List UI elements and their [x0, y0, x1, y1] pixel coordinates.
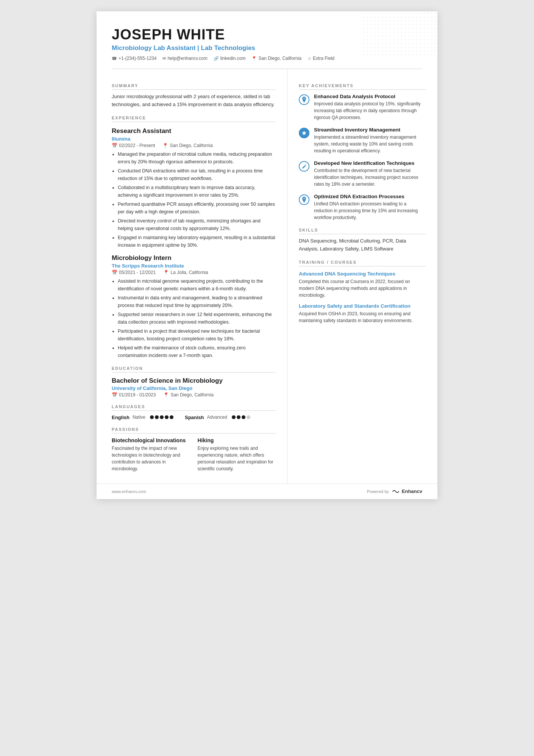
location-icon-2: 📍: [163, 270, 169, 275]
course-1: Advanced DNA Sequencing Techniques Compl…: [299, 271, 426, 299]
edu-location: 📍 San Diego, California: [163, 392, 213, 398]
summary-label: SUMMARY: [112, 83, 276, 90]
lang-english-level: Native: [133, 415, 145, 420]
skills-text: DNA Sequencing, Microbial Culturing, PCR…: [299, 237, 426, 253]
job-location-1: 📍 San Diego, California: [162, 143, 212, 148]
link-icon: 🔗: [214, 56, 219, 61]
location-text: San Diego, California: [258, 56, 301, 61]
passion-desc-2: Enjoy exploring new trails and experienc…: [198, 445, 276, 472]
passion-desc-1: Fascinated by the impact of new technolo…: [112, 445, 190, 472]
passion-title-1: Biotechnological Innovations: [112, 437, 190, 443]
passion-title-2: Hiking: [198, 437, 276, 443]
course-desc-1: Completed this course at Coursera in 202…: [299, 278, 426, 299]
job-meta-1: 📅 02/2022 - Present 📍 San Diego, Califor…: [112, 143, 276, 148]
achievement-content-2: Streamlined Inventory Management Impleme…: [314, 127, 426, 154]
calendar-icon-edu: 📅: [112, 392, 117, 398]
header-section: JOSEPH WHITE Microbiology Lab Assistant …: [97, 11, 437, 69]
dot-s-1: [232, 415, 236, 419]
achievement-2: Streamlined Inventory Management Impleme…: [299, 127, 426, 154]
contact-bar: ☎ +1-(234)-555-1234 ✉ help@enhancv.com 🔗…: [112, 56, 422, 61]
achievement-icon-2: [299, 128, 309, 138]
bullet-1-4: Directed inventory control of lab reagen…: [118, 217, 276, 232]
languages-section: English Native Spanish Advanced: [112, 415, 276, 420]
job-bullets-1: Managed the preparation of microbial cul…: [112, 150, 276, 249]
job-bullets-2: Assisted in microbial genome sequencing …: [112, 277, 276, 359]
email-icon: ✉: [162, 56, 166, 61]
dot-e-1: [150, 415, 154, 419]
lang-english-name: English: [112, 415, 130, 420]
ach-desc-4: Unified DNA extraction processes leading…: [314, 200, 426, 221]
languages-label: LANGUAGES: [112, 404, 276, 411]
achievement-content-3: Developed New Identification Techniques …: [314, 160, 426, 188]
email-address: help@enhancv.com: [167, 56, 207, 61]
phone-number: +1-(234)-555-1234: [119, 56, 156, 61]
linkedin-contact: 🔗 linkedin.com: [214, 56, 246, 61]
phone-contact: ☎ +1-(234)-555-1234: [112, 56, 156, 61]
course-title-2: Laboratory Safety and Standards Certific…: [299, 303, 426, 309]
edu-meta: 📅 01/2019 - 01/2023 📍 San Diego, Califor…: [112, 392, 276, 398]
passions-label: PASSIONS: [112, 427, 276, 434]
ach-title-1: Enhanced Data Analysis Protocol: [314, 94, 426, 99]
resume-document: JOSEPH WHITE Microbiology Lab Assistant …: [97, 11, 437, 499]
lang-spanish-level: Advanced: [207, 415, 227, 420]
job-title-2: Microbiology Intern: [112, 254, 276, 262]
bullet-2-1: Instrumental in data entry and managemen…: [118, 294, 276, 309]
email-contact: ✉ help@enhancv.com: [162, 56, 207, 61]
bullet-1-2: Collaborated in a multidisciplinary team…: [118, 184, 276, 199]
enhancv-logo: Enhancv: [391, 488, 422, 495]
candidate-title: Microbiology Lab Assistant | Lab Technol…: [112, 44, 422, 52]
dot-s-4: [247, 415, 250, 419]
bullet-2-3: Participated in a project that developed…: [118, 327, 276, 343]
bullet-2-2: Supported senior researchers in over 12 …: [118, 311, 276, 326]
bullet-1-0: Managed the preparation of microbial cul…: [118, 150, 276, 166]
lang-spanish-dots: [232, 415, 250, 419]
dot-e-2: [155, 415, 159, 419]
achievement-icon-1: [299, 94, 309, 105]
edu-dates: 📅 01/2019 - 01/2023: [112, 392, 156, 398]
star-icon: ☆: [308, 56, 311, 61]
main-content: SUMMARY Junior microbiology professional…: [97, 69, 437, 484]
footer-powered-by: Powered by Enhancv: [367, 488, 422, 495]
dot-s-3: [242, 415, 245, 419]
ach-title-3: Developed New Identification Techniques: [314, 160, 426, 166]
training-label: TRAINING / COURSES: [299, 260, 426, 266]
enhancv-logo-svg: [391, 488, 400, 495]
powered-by-text: Powered by: [367, 489, 389, 494]
course-desc-2: Acquired from OSHA in 2023, focusing on …: [299, 310, 426, 324]
brand-name: Enhancv: [402, 488, 422, 494]
achievement-content-4: Optimized DNA Extraction Processes Unifi…: [314, 194, 426, 221]
calendar-icon-1: 📅: [112, 143, 117, 148]
dot-e-5: [170, 415, 173, 419]
experience-label: EXPERIENCE: [112, 116, 276, 122]
ach-desc-2: Implemented a streamlined inventory mana…: [314, 134, 426, 154]
bullet-2-0: Assisted in microbial genome sequencing …: [118, 277, 276, 293]
left-column: SUMMARY Junior microbiology professional…: [97, 69, 287, 484]
achievements-label: KEY ACHIEVEMENTS: [299, 83, 426, 90]
job-meta-2: 📅 05/2021 - 12/2021 📍 La Jolla, Californ…: [112, 270, 276, 275]
lang-english-dots: [150, 415, 173, 419]
right-column: KEY ACHIEVEMENTS Enhanced Data Analysis …: [287, 69, 437, 484]
achievement-icon-3: [299, 161, 309, 172]
extra-contact: ☆ Extra Field: [308, 56, 334, 61]
ach-desc-1: Improved data analysis protocol by 15%, …: [314, 100, 426, 121]
candidate-name: JOSEPH WHITE: [112, 27, 422, 43]
location-icon: 📍: [251, 56, 257, 61]
course-title-1: Advanced DNA Sequencing Techniques: [299, 271, 426, 277]
ach-title-2: Streamlined Inventory Management: [314, 127, 426, 133]
company-name-1: Illumina: [112, 136, 276, 142]
linkedin-url: linkedin.com: [220, 56, 246, 61]
job-dates-1: 📅 02/2022 - Present: [112, 143, 155, 148]
bullet-1-1: Conducted DNA extractions within our lab…: [118, 167, 276, 182]
calendar-icon-2: 📅: [112, 270, 117, 275]
summary-text: Junior microbiology professional with 2 …: [112, 93, 276, 109]
edu-degree: Bachelor of Science in Microbiology: [112, 377, 276, 385]
phone-icon: ☎: [112, 56, 117, 61]
dot-e-4: [165, 415, 169, 419]
ach-desc-3: Contributed to the development of new ba…: [314, 167, 426, 188]
footer-website: www.enhancv.com: [112, 489, 146, 494]
achievement-content-1: Enhanced Data Analysis Protocol Improved…: [314, 94, 426, 121]
skills-label: SKILLS: [299, 228, 426, 234]
extra-field: Extra Field: [313, 56, 334, 61]
passion-item-2: Hiking Enjoy exploring new trails and ex…: [198, 437, 276, 472]
company-name-2: The Scripps Research Institute: [112, 263, 276, 269]
